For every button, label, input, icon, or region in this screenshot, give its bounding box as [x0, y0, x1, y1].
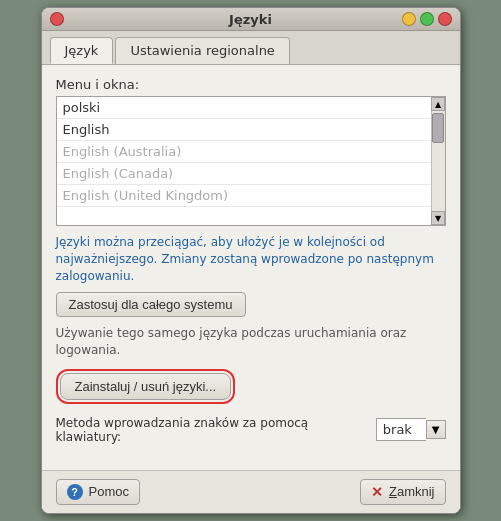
- tab-language[interactable]: Język: [50, 37, 114, 64]
- scroll-thumb[interactable]: [432, 113, 444, 143]
- info-text: Języki można przeciągać, aby ułożyć je w…: [56, 234, 446, 284]
- keyboard-value[interactable]: brak: [376, 418, 426, 441]
- section-label: Menu i okna:: [56, 77, 446, 92]
- scroll-down-arrow[interactable]: ▼: [431, 211, 445, 225]
- help-button[interactable]: ? Pomoc: [56, 479, 140, 505]
- bottom-bar: ? Pomoc ✕ Zamknij: [42, 470, 460, 513]
- scroll-up-arrow[interactable]: ▲: [431, 97, 445, 111]
- window-title: Języki: [229, 12, 272, 27]
- close-dialog-button[interactable]: ✕ Zamknij: [360, 479, 446, 505]
- language-list[interactable]: polski English English (Australia) Engli…: [57, 97, 431, 225]
- keyboard-label: Metoda wprowadzania znaków za pomocą kla…: [56, 416, 368, 444]
- language-list-container: polski English English (Australia) Engli…: [56, 96, 446, 226]
- list-item[interactable]: English (United Kingdom): [57, 185, 431, 207]
- list-item[interactable]: English: [57, 119, 431, 141]
- scrollbar[interactable]: ▲ ▼: [431, 97, 445, 225]
- tab-regional[interactable]: Ustawienia regionalne: [115, 37, 289, 64]
- list-item[interactable]: polski: [57, 97, 431, 119]
- main-window: Języki Język Ustawienia regionalne Menu …: [41, 7, 461, 514]
- keyboard-select[interactable]: brak ▼: [376, 418, 446, 441]
- help-icon: ?: [67, 484, 83, 500]
- help-label: Pomoc: [89, 484, 129, 499]
- maximize-btn[interactable]: [420, 12, 434, 26]
- close-btn-right[interactable]: [438, 12, 452, 26]
- minimize-btn[interactable]: [402, 12, 416, 26]
- install-remove-languages-button[interactable]: Zainstaluj / usuń języki...: [60, 373, 232, 400]
- title-bar: Języki: [42, 8, 460, 31]
- tab-bar: Język Ustawienia regionalne: [42, 31, 460, 64]
- close-window-btn[interactable]: [50, 12, 64, 26]
- apply-system-button[interactable]: Zastosuj dla całego systemu: [56, 292, 246, 317]
- list-item[interactable]: English (Canada): [57, 163, 431, 185]
- keyboard-row: Metoda wprowadzania znaków za pomocą kla…: [56, 416, 446, 444]
- usage-text: Używanie tego samego języka podczas uruc…: [56, 325, 446, 359]
- language-tab-content: Menu i okna: polski English English (Aus…: [42, 64, 460, 470]
- list-item[interactable]: English (Australia): [57, 141, 431, 163]
- install-button-wrapper: Zainstaluj / usuń języki...: [56, 369, 236, 404]
- close-x-icon: ✕: [371, 484, 383, 500]
- close-label: Zamknij: [389, 484, 435, 499]
- keyboard-dropdown-arrow[interactable]: ▼: [426, 420, 446, 439]
